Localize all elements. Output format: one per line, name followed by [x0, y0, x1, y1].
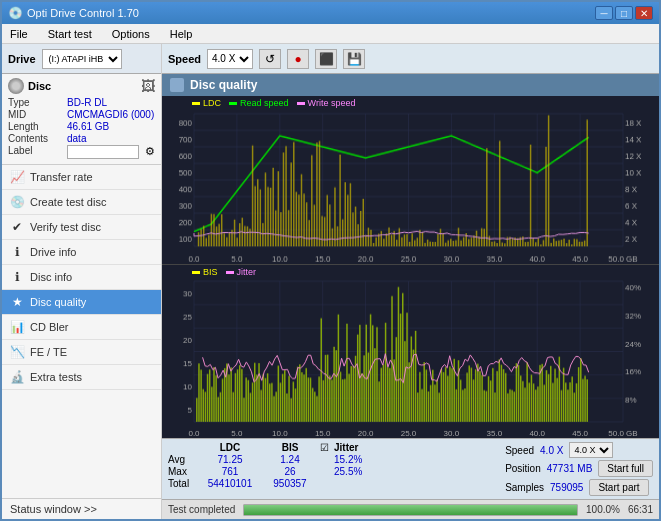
chart2-legend: BIS Jitter	[192, 267, 256, 277]
disc-quality-header: Disc quality	[162, 74, 659, 96]
nav-drive-info-label: Drive info	[30, 246, 76, 258]
close-button[interactable]: ✕	[635, 6, 653, 20]
title-bar-controls: ─ □ ✕	[595, 6, 653, 20]
header-jitter: Jitter	[334, 442, 384, 453]
nav-disc-info-label: Disc info	[30, 271, 72, 283]
disc-type-row: Type BD-R DL	[8, 97, 155, 108]
dq-header-icon	[170, 78, 184, 92]
app-icon: 💿	[8, 6, 23, 20]
nav-create-test-disc[interactable]: 💿 Create test disc	[2, 190, 161, 215]
nav-extra-tests-label: Extra tests	[30, 371, 82, 383]
disc-title: Disc	[28, 80, 51, 92]
max-ldc: 761	[200, 466, 260, 477]
menu-help[interactable]: Help	[166, 26, 197, 42]
chart1-legend: LDC Read speed Write speed	[192, 98, 355, 108]
max-bis: 26	[260, 466, 320, 477]
position-row: Position 47731 MB Start full	[505, 460, 653, 477]
legend-jitter-label: Jitter	[237, 267, 257, 277]
legend-bis-color	[192, 271, 200, 274]
sidebar: Drive (I:) ATAPI iHBS112 2 PL06 Disc 🖼 T…	[2, 44, 162, 519]
stats-row: LDC BIS ☑ Jitter Avg 71.25 1.24 15.2%	[162, 438, 659, 499]
disc-label-icon: ⚙	[145, 145, 155, 159]
nav-disc-quality[interactable]: ★ Disc quality	[2, 290, 161, 315]
menu-options[interactable]: Options	[108, 26, 154, 42]
status-window[interactable]: Status window >>	[2, 498, 161, 519]
jitter-check[interactable]: ☑	[320, 442, 334, 453]
legend-ldc: LDC	[192, 98, 221, 108]
drive-select[interactable]: (I:) ATAPI iHBS112 2 PL06	[42, 49, 122, 69]
nav-disc-quality-label: Disc quality	[30, 296, 86, 308]
disc-panel: Disc 🖼 Type BD-R DL MID CMCMAGDI6 (000) …	[2, 74, 161, 165]
progress-section: Test completed 100.0% 66:31	[162, 499, 659, 519]
total-bis: 950357	[260, 478, 320, 489]
total-ldc: 54410101	[200, 478, 260, 489]
disc-icon	[8, 78, 24, 94]
disc-length-value: 46.61 GB	[67, 121, 109, 132]
legend-jitter-color	[226, 271, 234, 274]
record-button[interactable]: ●	[287, 49, 309, 69]
nav-verify-test-disc[interactable]: ✔ Verify test disc	[2, 215, 161, 240]
disc-quality-icon: ★	[10, 295, 24, 309]
disc-label-input[interactable]	[67, 145, 139, 159]
menu-bar: File Start test Options Help	[2, 24, 659, 44]
stop-button[interactable]: ⬛	[315, 49, 337, 69]
stats-max-row: Max 761 26 25.5%	[168, 466, 384, 477]
samples-value: 759095	[550, 482, 583, 493]
nav-cd-bler[interactable]: 📊 CD Bler	[2, 315, 161, 340]
total-label: Total	[168, 478, 200, 489]
right-stats: Speed 4.0 X 4.0 X Position 47731 MB Star…	[505, 442, 653, 496]
menu-file[interactable]: File	[6, 26, 32, 42]
legend-read-speed: Read speed	[229, 98, 289, 108]
disc-type-label: Type	[8, 97, 63, 108]
nav-extra-tests[interactable]: 🔬 Extra tests	[2, 365, 161, 390]
minimize-button[interactable]: ─	[595, 6, 613, 20]
nav-disc-info[interactable]: ℹ Disc info	[2, 265, 161, 290]
nav-transfer-rate[interactable]: 📈 Transfer rate	[2, 165, 161, 190]
legend-jitter: Jitter	[226, 267, 257, 277]
progress-time: 66:31	[628, 504, 653, 515]
nav-fe-te[interactable]: 📉 FE / TE	[2, 340, 161, 365]
verify-test-disc-icon: ✔	[10, 220, 24, 234]
position-value: 47731 MB	[547, 463, 593, 474]
legend-ldc-label: LDC	[203, 98, 221, 108]
chart1-canvas	[162, 96, 659, 264]
position-label: Position	[505, 463, 541, 474]
samples-row: Samples 759095 Start part	[505, 479, 653, 496]
transfer-rate-icon: 📈	[10, 170, 24, 184]
progress-bar-fill	[244, 505, 577, 515]
speed-select[interactable]: 4.0 X	[207, 49, 253, 69]
disc-contents-value: data	[67, 133, 86, 144]
progress-bar-container	[243, 504, 578, 516]
maximize-button[interactable]: □	[615, 6, 633, 20]
start-full-button[interactable]: Start full	[598, 460, 653, 477]
extra-tests-icon: 🔬	[10, 370, 24, 384]
stats-table: LDC BIS ☑ Jitter Avg 71.25 1.24 15.2%	[168, 442, 384, 489]
menu-start-test[interactable]: Start test	[44, 26, 96, 42]
chart2-canvas	[162, 265, 659, 438]
speed-row: Speed 4.0 X 4.0 X	[505, 442, 653, 458]
avg-label: Avg	[168, 454, 200, 465]
drive-toolbar: Drive (I:) ATAPI iHBS112 2 PL06	[2, 44, 161, 74]
save-button[interactable]: 💾	[343, 49, 365, 69]
nav-create-test-disc-label: Create test disc	[30, 196, 106, 208]
legend-ldc-color	[192, 102, 200, 105]
legend-bis-label: BIS	[203, 267, 218, 277]
disc-type-value: BD-R DL	[67, 97, 107, 108]
stats-total-row: Total 54410101 950357	[168, 478, 384, 489]
stats-headers: LDC BIS ☑ Jitter	[200, 442, 384, 453]
title-bar: 💿 Opti Drive Control 1.70 ─ □ ✕	[2, 2, 659, 24]
nav-fe-te-label: FE / TE	[30, 346, 67, 358]
avg-bis: 1.24	[260, 454, 320, 465]
nav-transfer-rate-label: Transfer rate	[30, 171, 93, 183]
progress-percent: 100.0%	[586, 504, 620, 515]
window-title: Opti Drive Control 1.70	[27, 7, 139, 19]
charts-area: LDC Read speed Write speed	[162, 96, 659, 438]
disc-mid-label: MID	[8, 109, 63, 120]
legend-write-color	[297, 102, 305, 105]
disc-label-row: Label ⚙	[8, 145, 155, 159]
cd-bler-icon: 📊	[10, 320, 24, 334]
start-part-button[interactable]: Start part	[589, 479, 648, 496]
refresh-button[interactable]: ↺	[259, 49, 281, 69]
speed-dropdown[interactable]: 4.0 X	[569, 442, 613, 458]
nav-drive-info[interactable]: ℹ Drive info	[2, 240, 161, 265]
